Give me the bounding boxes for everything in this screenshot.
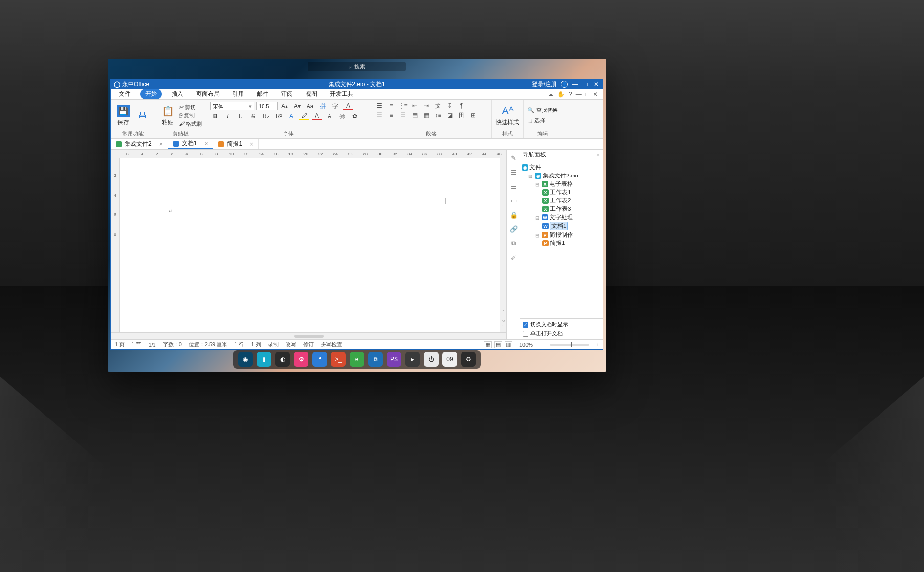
menu-developer[interactable]: 开发工具 — [327, 89, 356, 99]
text-effects-button[interactable]: A — [286, 112, 296, 120]
enclose-char-button[interactable]: ㊕ — [337, 112, 347, 120]
char-border-button[interactable]: 字 — [330, 102, 340, 110]
tree-wordproc[interactable]: W文字处理 — [522, 213, 601, 221]
status-spell[interactable]: 拼写检查 — [321, 341, 342, 348]
phonetic-guide-button[interactable]: 拼 — [318, 102, 328, 110]
dock-app-terminal[interactable]: >_ — [331, 352, 346, 367]
sliders-tool-icon[interactable]: ⚌ — [511, 183, 517, 190]
user-avatar-icon[interactable]: 👤 — [561, 81, 568, 88]
doc-tab-0[interactable]: 集成文件2 × — [111, 139, 168, 149]
font-name-select[interactable]: 宋体 — [210, 102, 254, 110]
document-page[interactable]: ↵ — [120, 158, 500, 332]
align-left-button[interactable]: ☰ — [375, 111, 384, 119]
menu-insert[interactable]: 插入 — [169, 89, 186, 99]
zoom-in-button[interactable]: + — [596, 342, 599, 348]
dock-app-power[interactable]: ⏻ — [424, 352, 439, 367]
strike-button[interactable]: S̶ — [248, 112, 258, 120]
bullets-button[interactable]: ☰ — [375, 102, 384, 110]
hand-icon[interactable]: ✋ — [557, 91, 565, 98]
font-color2-button[interactable]: A — [312, 112, 322, 120]
menu-home[interactable]: 开始 — [140, 89, 162, 99]
vertical-scrollbar[interactable]: ˆ ○ ˇ — [500, 158, 506, 332]
tree-present[interactable]: P简报制作 — [522, 231, 601, 239]
menu-file[interactable]: 文件 — [116, 89, 133, 99]
lock-tool-icon[interactable]: 🔒 — [510, 211, 518, 219]
menu-view[interactable]: 视图 — [303, 89, 320, 99]
font-color-button[interactable]: A — [343, 102, 353, 110]
copy-button[interactable]: 复制 — [179, 112, 202, 119]
close-tab-2[interactable]: × — [250, 141, 253, 148]
navigator-close-button[interactable]: × — [596, 152, 600, 158]
paste-button[interactable]: 📋 粘贴 — [159, 105, 176, 127]
dock-app-plugin[interactable]: ▸ — [405, 352, 420, 367]
doc-tab-1[interactable]: 文档1 × — [168, 139, 214, 149]
tree-file[interactable]: ◉集成文件2.eio — [522, 172, 601, 180]
font-size-select[interactable]: 10.5 — [256, 102, 278, 110]
change-case-button[interactable]: Aa — [305, 102, 315, 110]
decrease-indent-button[interactable]: ⇤ — [410, 102, 419, 110]
quick-style-button[interactable]: Aᴬ 快速样式 — [496, 105, 519, 127]
shading-button[interactable]: ◪ — [445, 111, 454, 119]
print-button[interactable]: 🖶 — [134, 109, 151, 122]
pencil-tool-icon[interactable]: ✎ — [511, 154, 516, 162]
tree-sheet-0[interactable]: X工作表1 — [522, 188, 601, 197]
tree-slide[interactable]: P简报1 — [522, 239, 601, 247]
highlight-button[interactable]: 🖍 — [299, 112, 309, 120]
increase-indent-button[interactable]: ⇥ — [422, 102, 431, 110]
scroll-down-icon[interactable]: ˇ — [503, 325, 504, 330]
dock-app-settings[interactable]: ⚙ — [294, 352, 308, 367]
text-direction-button[interactable]: 文 — [434, 102, 442, 110]
ribbon-close-button[interactable]: ✕ — [593, 91, 598, 98]
note-tool-icon[interactable]: ✐ — [511, 254, 516, 262]
tree-sheet-2[interactable]: X工作表3 — [522, 205, 601, 213]
nav-opt-switch[interactable]: ✓切换文档时显示 — [523, 321, 600, 328]
status-revise[interactable]: 修订 — [303, 341, 314, 348]
dock-app-files[interactable]: ▮ — [257, 352, 271, 367]
borders-button[interactable]: 田 — [457, 111, 466, 119]
dock-app-clock[interactable]: 09 — [442, 352, 457, 367]
zoom-out-button[interactable]: − — [540, 342, 543, 348]
align-right-button[interactable]: ☰ — [398, 111, 407, 119]
status-overwrite[interactable]: 改写 — [286, 341, 296, 348]
tabs-button[interactable]: ⊞ — [469, 111, 478, 119]
horizontal-scrollbar[interactable] — [111, 332, 506, 339]
dock-app-office[interactable]: ❝ — [312, 352, 327, 367]
dock-app-vscode[interactable]: ⧉ — [368, 352, 383, 367]
scroll-up-icon[interactable]: ˆ — [503, 310, 504, 316]
menu-layout[interactable]: 页面布局 — [193, 89, 222, 99]
card-tool-icon[interactable]: ▭ — [511, 197, 517, 204]
desktop-search[interactable]: ⌕ 搜索 — [308, 62, 406, 71]
copy-tool-icon[interactable]: ⧉ — [511, 240, 516, 247]
view-web-button[interactable]: ▥ — [505, 341, 512, 348]
subscript-button[interactable]: R₂ — [261, 112, 271, 120]
add-tab-button[interactable]: + — [259, 139, 269, 149]
horizontal-ruler[interactable]: 6422468101214161820222426283032343638404… — [111, 150, 506, 158]
link-tool-icon[interactable]: 🔗 — [510, 225, 518, 233]
format-painter-button[interactable]: 格式刷 — [179, 120, 202, 128]
tree-doc-selected[interactable]: W文档1 — [522, 221, 601, 231]
line-spacing-button[interactable]: ↕≡ — [434, 111, 442, 119]
list-tool-icon[interactable]: ☰ — [511, 169, 517, 176]
zoom-slider[interactable] — [550, 344, 589, 346]
find-replace-button[interactable]: 🔍查找替换 — [528, 107, 558, 114]
dock-app-launcher[interactable]: ◉ — [238, 352, 253, 367]
menu-review[interactable]: 审阅 — [278, 89, 296, 99]
ribbon-window-button[interactable]: □ — [586, 91, 589, 98]
login-link[interactable]: 登录/注册 — [532, 80, 557, 88]
show-marks-button[interactable]: ¶ — [457, 102, 466, 110]
menu-mail[interactable]: 邮件 — [254, 89, 271, 99]
bold-button[interactable]: B — [210, 112, 220, 120]
numbering-button[interactable]: ≡ — [387, 102, 396, 110]
help-icon[interactable]: ? — [569, 91, 572, 98]
maximize-button[interactable]: □ — [582, 81, 589, 88]
cut-button[interactable]: 剪切 — [179, 104, 202, 111]
vertical-ruler[interactable]: 2468 — [111, 158, 120, 332]
italic-button[interactable]: I — [223, 112, 233, 120]
justify-button[interactable]: ▤ — [410, 111, 419, 119]
tree-root[interactable]: ◉文件 — [522, 163, 601, 172]
dock-app-media[interactable]: ◐ — [275, 352, 290, 367]
align-center-button[interactable]: ≡ — [387, 111, 396, 119]
dock-app-trash[interactable]: ♻ — [461, 352, 476, 367]
sort-button[interactable]: ↧ — [445, 102, 454, 110]
tree-spreadsheet[interactable]: X电子表格 — [522, 180, 601, 188]
